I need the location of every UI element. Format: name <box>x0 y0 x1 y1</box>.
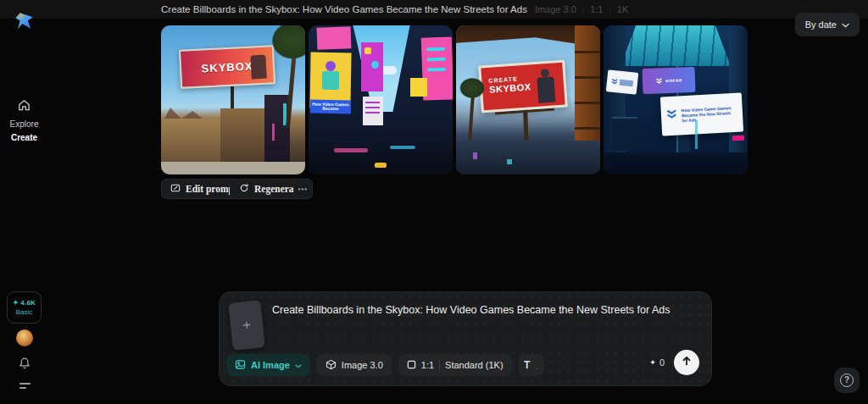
billboard-purple: encee <box>642 67 695 94</box>
generation-cost: ✦ 0 <box>649 357 665 368</box>
billboard-magenta <box>361 42 383 91</box>
sparkle-icon: ✦ <box>649 358 656 367</box>
credits-plan-badge[interactable]: ✦ 4.6K Basic <box>7 291 42 324</box>
cube-icon <box>326 359 337 372</box>
credits-amount: ✦ 4.6K <box>13 299 36 307</box>
frame-slat <box>575 51 600 53</box>
sidebar-item-create[interactable]: Create <box>0 129 48 144</box>
text-tool-button[interactable]: T . <box>519 354 544 376</box>
generation-title: Create Billboards in the Skybox: How Vid… <box>161 4 527 14</box>
billboard-man-silhouette <box>534 68 559 103</box>
ellipsis-icon: ⋯ <box>298 183 309 195</box>
neon-glow <box>390 146 415 149</box>
model-chip[interactable]: Image 3.0 <box>317 354 392 376</box>
city-silhouette <box>456 141 600 174</box>
plus-icon: + <box>242 318 251 334</box>
generated-image-4[interactable]: encee How Video Game Games Became the Ne… <box>604 25 748 174</box>
street-shape <box>309 142 453 174</box>
billboard-brand-text: encee <box>665 77 682 83</box>
chevron-logo-icon <box>655 73 664 88</box>
square-ratio-icon <box>407 360 416 371</box>
character-body <box>322 71 339 90</box>
glass-skylight <box>620 25 731 66</box>
help-button[interactable]: ? <box>834 368 860 393</box>
more-options-button[interactable]: ⋯ <box>293 179 313 199</box>
menu-line <box>19 387 26 389</box>
prompt-composer: + Create Billboards in the Skybox: How V… <box>219 291 712 386</box>
text-line <box>365 112 380 113</box>
palm-fronds <box>458 76 487 100</box>
chevron-down-icon <box>295 360 302 370</box>
frame-slat <box>575 76 600 79</box>
generated-image-1[interactable]: SKYBOX <box>161 25 305 174</box>
chevron-logo-icon <box>666 108 678 125</box>
billboard-pink <box>317 26 352 49</box>
billboard-white-large: How Video Game Games Became the New Stre… <box>660 93 743 136</box>
frame-slat <box>575 102 600 104</box>
text-tool-mark: . <box>536 365 538 370</box>
billboard-art <box>371 61 379 69</box>
generation-type-label: AI Image <box>251 360 290 370</box>
billboard-caption: How Video Games Became <box>310 100 351 114</box>
arrow-up-icon <box>681 355 693 370</box>
taxi-shape <box>375 163 387 168</box>
edit-icon <box>170 183 181 195</box>
home-icon <box>17 98 31 113</box>
billboard-white <box>363 97 383 125</box>
text-line <box>427 58 446 62</box>
app-logo-star-icon[interactable] <box>14 9 36 32</box>
generation-type-chip[interactable]: AI Image <box>226 354 310 376</box>
question-mark-icon: ? <box>840 374 854 387</box>
image-icon <box>235 359 246 372</box>
submit-cluster: ✦ 0 <box>649 350 699 375</box>
window-glow <box>507 159 512 164</box>
chevron-logo-icon <box>610 74 619 90</box>
composer-chip-row: AI Image Image 3.0 1:1 Standard (1K) <box>226 354 544 376</box>
neon-glow <box>695 120 698 149</box>
road-strip <box>161 162 305 174</box>
refresh-icon <box>239 183 249 195</box>
sparkle-icon: ✦ <box>13 299 19 307</box>
menu-line <box>19 383 31 385</box>
chip-divider <box>439 360 440 370</box>
chevron-down-icon <box>842 19 849 30</box>
frame-slat <box>575 127 600 130</box>
prompt-input[interactable]: Create Billboards in the Skybox: How Vid… <box>272 303 698 318</box>
model-label: Image 3.0 <box>342 360 383 370</box>
generated-image-3[interactable]: CREATE SKYBOX <box>456 25 600 174</box>
billboard-text: SKYBOX <box>201 59 253 75</box>
notifications-bell-icon[interactable] <box>18 357 31 370</box>
ratio-quality-chip[interactable]: 1:1 Standard (1K) <box>398 354 512 376</box>
text-line <box>427 68 446 72</box>
plan-label: Basic <box>16 308 33 316</box>
billboard-line2: SKYBOX <box>489 81 531 95</box>
billboard-text: CREATE SKYBOX <box>488 75 531 95</box>
man-body <box>537 76 555 102</box>
rusty-frame-right <box>575 25 600 152</box>
cost-amount: 0 <box>659 357 665 368</box>
app-window: Create Billboards in the Skybox: How Vid… <box>0 0 868 404</box>
billboard-yellow-small <box>410 78 427 97</box>
add-media-button[interactable]: + <box>228 300 265 351</box>
billboard-text: How Video Game Games Became the New Stre… <box>682 104 738 123</box>
building-shape <box>161 119 222 163</box>
palm-fronds <box>268 25 305 63</box>
user-avatar[interactable] <box>16 329 33 346</box>
sort-by-date-label: By date <box>805 19 837 30</box>
meta-ratio: 1:1 <box>590 4 603 14</box>
text-line <box>620 79 634 86</box>
menu-lines-icon[interactable] <box>19 383 31 390</box>
meta-model: Image 3.0 <box>535 4 576 14</box>
meta-separator: | <box>609 5 610 14</box>
submit-generate-button[interactable] <box>674 350 699 375</box>
sort-by-date-button[interactable]: By date <box>795 13 860 36</box>
character-head <box>326 61 336 71</box>
sidebar-item-explore[interactable]: Explore <box>0 98 48 130</box>
generation-meta: Image 3.0 | 1:1 | 1K <box>535 4 628 14</box>
machinery-floor <box>604 152 748 174</box>
text-line <box>365 102 380 103</box>
meta-separator: | <box>582 5 584 14</box>
generated-image-2[interactable]: How Video Games Became <box>309 25 453 174</box>
neon-glow <box>334 148 368 152</box>
top-header-bar: Create Billboards in the Skybox: How Vid… <box>0 0 868 19</box>
